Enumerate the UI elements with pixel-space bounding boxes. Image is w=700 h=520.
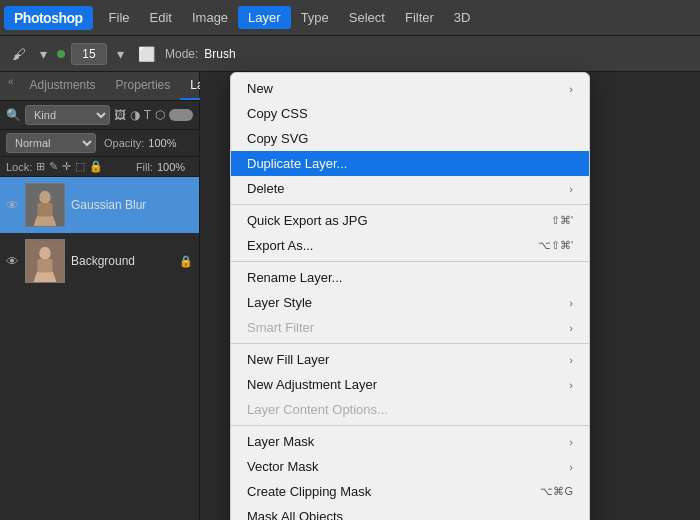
mode-value: Brush	[204, 47, 235, 61]
layer-visibility-icon-gaussian[interactable]: 👁	[6, 198, 19, 213]
dropdown-item-delete[interactable]: Delete ›	[231, 176, 589, 201]
tool-chevron-icon[interactable]: ▾	[36, 44, 51, 64]
dropdown-label-delete: Delete	[247, 181, 285, 196]
dropdown-item-export-as[interactable]: Export As... ⌥⇧⌘'	[231, 233, 589, 258]
new-fill-submenu-arrow: ›	[569, 354, 573, 366]
new-adjustment-submenu-arrow: ›	[569, 379, 573, 391]
lock-position-icon[interactable]: ✛	[62, 160, 71, 173]
svg-rect-2	[37, 203, 52, 216]
dropdown-label-duplicate-layer: Duplicate Layer...	[247, 156, 347, 171]
blend-opacity-row: Normal Opacity: 100%	[0, 130, 199, 157]
right-area: New › Copy CSS Copy SVG Duplicate Layer.…	[200, 72, 700, 520]
dropdown-item-new-fill-layer[interactable]: New Fill Layer ›	[231, 347, 589, 372]
brush-options-icon[interactable]: ⬜	[134, 44, 159, 64]
dropdown-section-2: Quick Export as JPG ⇧⌘' Export As... ⌥⇧⌘…	[231, 205, 589, 262]
fill-label: Fill:	[136, 161, 153, 173]
dropdown-label-smart-filter: Smart Filter	[247, 320, 314, 335]
menu-select[interactable]: Select	[339, 6, 395, 29]
search-icon: 🔍	[6, 108, 21, 122]
smart-filter-submenu-arrow: ›	[569, 322, 573, 334]
dropdown-label-rename-layer: Rename Layer...	[247, 270, 342, 285]
menu-type[interactable]: Type	[291, 6, 339, 29]
filter-image-icon[interactable]: 🖼	[114, 108, 126, 122]
delete-submenu-arrow: ›	[569, 183, 573, 195]
layer-thumbnail-background	[25, 239, 65, 283]
dropdown-label-copy-svg: Copy SVG	[247, 131, 308, 146]
dropdown-label-layer-mask: Layer Mask	[247, 434, 314, 449]
lock-label: Lock:	[6, 161, 32, 173]
layers-panel: « Adjustments Properties Layers 🔍 Kind 🖼…	[0, 72, 200, 520]
blend-mode-select[interactable]: Normal	[6, 133, 96, 153]
export-as-shortcut: ⌥⇧⌘'	[538, 239, 573, 252]
layer-style-submenu-arrow: ›	[569, 297, 573, 309]
opacity-label: Opacity:	[104, 137, 144, 149]
layer-mask-submenu-arrow: ›	[569, 436, 573, 448]
tab-properties[interactable]: Properties	[106, 72, 181, 100]
lock-transparency-icon[interactable]: ⊞	[36, 160, 45, 173]
menu-file[interactable]: File	[99, 6, 140, 29]
dropdown-section-3: Rename Layer... Layer Style › Smart Filt…	[231, 262, 589, 344]
menu-filter[interactable]: Filter	[395, 6, 444, 29]
dropdown-item-quick-export[interactable]: Quick Export as JPG ⇧⌘'	[231, 208, 589, 233]
dropdown-label-layer-content-options: Layer Content Options...	[247, 402, 388, 417]
dropdown-label-mask-all-objects: Mask All Objects	[247, 509, 343, 520]
layer-name-gaussian: Gaussian Blur	[71, 198, 193, 212]
filter-path-icon[interactable]: ⬡	[155, 108, 165, 122]
dropdown-label-quick-export: Quick Export as JPG	[247, 213, 368, 228]
dropdown-item-new[interactable]: New ›	[231, 76, 589, 101]
dropdown-label-new-adjustment-layer: New Adjustment Layer	[247, 377, 377, 392]
dropdown-item-mask-all-objects[interactable]: Mask All Objects	[231, 504, 589, 520]
dropdown-label-export-as: Export As...	[247, 238, 313, 253]
menu-3d[interactable]: 3D	[444, 6, 481, 29]
layers-filter-row: 🔍 Kind 🖼 ◑ T ⬡	[0, 101, 199, 130]
dropdown-item-create-clipping-mask[interactable]: Create Clipping Mask ⌥⌘G	[231, 479, 589, 504]
layer-visibility-icon-bg[interactable]: 👁	[6, 254, 19, 269]
brush-tool-icon[interactable]: 🖌	[8, 44, 30, 64]
layer-item-background[interactable]: 👁 Background 🔒	[0, 233, 199, 289]
panel-collapse-icon[interactable]: «	[4, 72, 18, 100]
dropdown-item-new-adjustment-layer[interactable]: New Adjustment Layer ›	[231, 372, 589, 397]
brush-size-chevron[interactable]: ▾	[113, 44, 128, 64]
dropdown-label-new: New	[247, 81, 273, 96]
brush-color-dot[interactable]	[57, 50, 65, 58]
dropdown-item-copy-css[interactable]: Copy CSS	[231, 101, 589, 126]
brush-size-input[interactable]	[71, 43, 107, 65]
dropdown-label-create-clipping-mask: Create Clipping Mask	[247, 484, 371, 499]
dropdown-item-layer-mask[interactable]: Layer Mask ›	[231, 429, 589, 454]
dropdown-item-layer-content-options: Layer Content Options...	[231, 397, 589, 422]
clipping-mask-shortcut: ⌥⌘G	[540, 485, 573, 498]
lock-artboard-icon[interactable]: ⬚	[75, 160, 85, 173]
main-layout: « Adjustments Properties Layers 🔍 Kind 🖼…	[0, 72, 700, 520]
mode-label: Mode:	[165, 47, 198, 61]
menu-layer[interactable]: Layer	[238, 6, 291, 29]
fill-value[interactable]: 100%	[157, 161, 193, 173]
quick-export-shortcut: ⇧⌘'	[551, 214, 573, 227]
tab-adjustments[interactable]: Adjustments	[20, 72, 106, 100]
layer-dropdown-menu: New › Copy CSS Copy SVG Duplicate Layer.…	[230, 72, 590, 520]
layer-item-gaussian-blur[interactable]: 👁 Gaussian Blur	[0, 177, 199, 233]
opacity-value[interactable]: 100%	[148, 137, 184, 149]
filter-adjust-icon[interactable]: ◑	[130, 108, 140, 122]
dropdown-label-layer-style: Layer Style	[247, 295, 312, 310]
filter-toggle[interactable]	[169, 109, 193, 121]
dropdown-label-new-fill-layer: New Fill Layer	[247, 352, 329, 367]
svg-point-4	[39, 247, 50, 260]
filter-text-icon[interactable]: T	[144, 108, 151, 122]
panel-tabs: « Adjustments Properties Layers	[0, 72, 199, 101]
menu-image[interactable]: Image	[182, 6, 238, 29]
dropdown-section-1: New › Copy CSS Copy SVG Duplicate Layer.…	[231, 73, 589, 205]
dropdown-item-rename-layer[interactable]: Rename Layer...	[231, 265, 589, 290]
lock-all-icon[interactable]: 🔒	[89, 160, 103, 173]
app-logo: Photoshop	[4, 6, 93, 30]
dropdown-label-copy-css: Copy CSS	[247, 106, 308, 121]
kind-filter-select[interactable]: Kind	[25, 105, 110, 125]
dropdown-item-duplicate-layer[interactable]: Duplicate Layer...	[231, 151, 589, 176]
lock-fill-row: Lock: ⊞ ✎ ✛ ⬚ 🔒 Fill: 100%	[0, 157, 199, 177]
dropdown-item-vector-mask[interactable]: Vector Mask ›	[231, 454, 589, 479]
layer-name-background: Background	[71, 254, 173, 268]
lock-image-icon[interactable]: ✎	[49, 160, 58, 173]
dropdown-item-copy-svg[interactable]: Copy SVG	[231, 126, 589, 151]
menu-edit[interactable]: Edit	[140, 6, 182, 29]
dropdown-item-layer-style[interactable]: Layer Style ›	[231, 290, 589, 315]
svg-point-1	[39, 191, 50, 204]
